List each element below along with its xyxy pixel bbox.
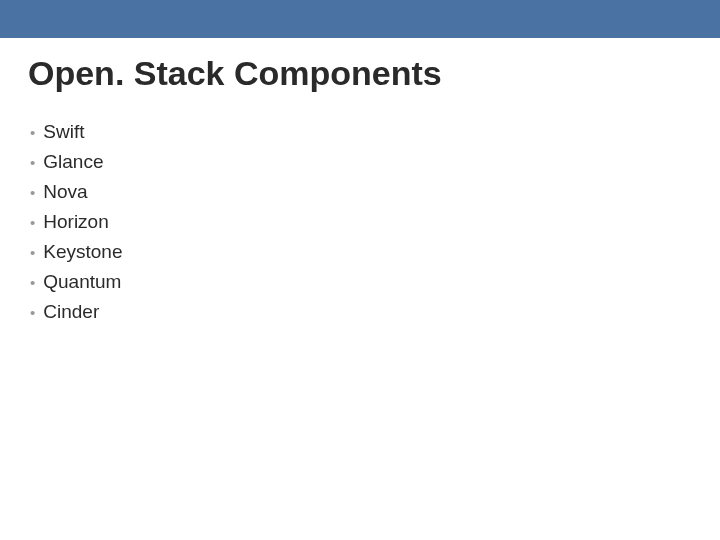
component-list: • Swift • Glance • Nova • Horizon • Keys… [28, 121, 692, 323]
bullet-icon: • [30, 275, 35, 290]
slide-content: Open. Stack Components • Swift • Glance … [0, 38, 720, 347]
bullet-icon: • [30, 185, 35, 200]
list-item-label: Nova [43, 181, 87, 203]
list-item: • Quantum [30, 271, 692, 293]
bullet-icon: • [30, 305, 35, 320]
bullet-icon: • [30, 125, 35, 140]
header-bar [0, 0, 720, 38]
list-item-label: Horizon [43, 211, 108, 233]
list-item-label: Swift [43, 121, 84, 143]
list-item: • Horizon [30, 211, 692, 233]
bullet-icon: • [30, 155, 35, 170]
list-item-label: Cinder [43, 301, 99, 323]
list-item: • Glance [30, 151, 692, 173]
bullet-icon: • [30, 245, 35, 260]
list-item: • Cinder [30, 301, 692, 323]
list-item: • Keystone [30, 241, 692, 263]
list-item-label: Glance [43, 151, 103, 173]
list-item: • Nova [30, 181, 692, 203]
slide-title: Open. Stack Components [28, 54, 692, 93]
list-item: • Swift [30, 121, 692, 143]
list-item-label: Keystone [43, 241, 122, 263]
bullet-icon: • [30, 215, 35, 230]
list-item-label: Quantum [43, 271, 121, 293]
